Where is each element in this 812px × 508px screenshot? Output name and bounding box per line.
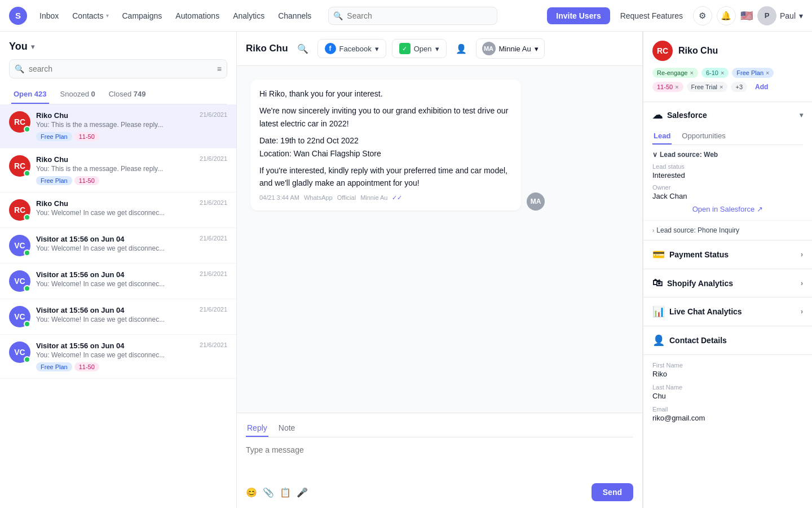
sidebar-header: You ▾ 🔍 ≡ Open 423 Snoozed 0 Closed 749 — [0, 32, 236, 104]
conversation-item[interactable]: VCVisitor at 15:56 on Jun 0421/6/2021You… — [0, 299, 236, 335]
remove-tag-icon[interactable]: × — [721, 69, 724, 76]
msg-type: Official — [337, 193, 356, 203]
request-features-link[interactable]: Request Features — [615, 8, 689, 24]
nav-inbox[interactable]: Inbox — [34, 8, 64, 24]
status-selector[interactable]: ✓ Open ▾ — [392, 39, 447, 58]
conv-tag: Free Plan — [36, 132, 72, 141]
payment-status-section[interactable]: 💳 Payment Status › — [643, 240, 812, 269]
user-menu[interactable]: P Paul ▾ — [757, 6, 803, 25]
nav-contacts[interactable]: Contacts ▾ — [67, 8, 114, 24]
channel-name: Facebook — [339, 45, 372, 53]
search-icon: 🔍 — [333, 11, 343, 20]
live-chat-analytics-section[interactable]: 📊 Live Chat Analytics › — [643, 297, 812, 326]
nav-automations[interactable]: Automations — [170, 8, 225, 24]
payment-icon: 💳 — [652, 248, 665, 261]
agent-selector[interactable]: MA Minnie Au ▾ — [476, 38, 545, 59]
search-area: 🔍 — [328, 7, 497, 25]
audio-icon[interactable]: 🎤 — [297, 487, 308, 498]
invite-users-button[interactable]: Invite Users — [547, 7, 610, 24]
sf-open-link[interactable]: Open in Salesforce ↗ — [652, 205, 803, 213]
send-button[interactable]: Send — [592, 483, 633, 501]
conversation-item[interactable]: VCVisitor at 15:56 on Jun 0421/6/2021You… — [0, 228, 236, 264]
conv-date: 21/6/2021 — [200, 111, 227, 118]
reply-tab-note[interactable]: Note — [277, 420, 297, 437]
tab-snoozed[interactable]: Snoozed 0 — [58, 85, 98, 104]
conversation-tabs: Open 423 Snoozed 0 Closed 749 — [9, 85, 227, 104]
live-chat-chevron: › — [801, 308, 803, 316]
conversation-item[interactable]: RCRiko Chu21/6/2021You: This is the a me… — [0, 148, 236, 192]
live-chat-icon: 📊 — [652, 305, 665, 318]
external-link-icon: ↗ — [757, 205, 763, 213]
conversation-sidebar: You ▾ 🔍 ≡ Open 423 Snoozed 0 Closed 749 — [0, 32, 237, 508]
user-name: Paul — [780, 11, 796, 20]
tab-closed[interactable]: Closed 749 — [107, 85, 148, 104]
reply-tabs: Reply Note — [246, 420, 633, 437]
agent-avatar: MA — [482, 42, 496, 55]
conv-date: 21/6/2021 — [200, 155, 227, 162]
remove-tag-icon[interactable]: × — [675, 84, 678, 90]
conv-tags: Free Plan11-50 — [36, 176, 227, 185]
reply-tab-reply[interactable]: Reply — [246, 420, 268, 437]
conv-tag: 11-50 — [74, 176, 99, 185]
salesforce-header[interactable]: ☁ Salesforce ▾ — [643, 102, 812, 128]
nav-campaigns[interactable]: Campaigns — [117, 8, 168, 24]
conv-body: Riko Chu21/6/2021You: This is the a mess… — [36, 111, 227, 141]
online-indicator — [24, 126, 30, 133]
reply-input[interactable] — [246, 443, 633, 477]
conv-top: Visitor at 15:56 on Jun 0421/6/2021 — [36, 270, 227, 279]
conversation-item[interactable]: VCVisitor at 15:56 on Jun 0421/6/2021You… — [0, 335, 236, 379]
app-logo: S — [9, 7, 27, 25]
conv-body: Riko Chu21/6/2021You: This is the a mess… — [36, 155, 227, 185]
conv-message: You: Welcome! In case we get disconnec..… — [36, 209, 227, 217]
conversation-item[interactable]: VCVisitor at 15:56 on Jun 0421/6/2021You… — [0, 264, 236, 299]
sidebar-search-input[interactable] — [9, 59, 227, 78]
online-indicator — [24, 170, 30, 177]
chat-search-icon[interactable]: 🔍 — [294, 40, 312, 58]
assign-agent-icon[interactable]: 👤 — [452, 40, 470, 58]
shopify-analytics-section[interactable]: 🛍 Shopify Analytics › — [643, 269, 812, 297]
conv-date: 21/6/2021 — [200, 341, 227, 348]
sf-lead-source[interactable]: ∨ Lead source: Web — [652, 151, 803, 159]
settings-icon[interactable]: ⚙ — [693, 6, 712, 25]
salesforce-body: Lead Opportunities ∨ Lead source: Web Le… — [643, 128, 812, 220]
search-input[interactable] — [328, 7, 497, 25]
notifications-icon[interactable]: 🔔 — [717, 6, 736, 25]
chat-contact-name: Riko Chu — [246, 43, 288, 54]
msg-line3: Date: 19th to 22nd Oct 2022 — [259, 134, 512, 147]
conv-name: Visitor at 15:56 on Jun 04 — [36, 270, 125, 279]
sf-tabs: Lead Opportunities — [652, 128, 803, 145]
remove-tag-icon[interactable]: × — [720, 84, 723, 90]
sf-tab-opportunities[interactable]: Opportunities — [681, 128, 726, 144]
flag-icon[interactable]: 🇺🇸 — [740, 10, 753, 22]
emoji-icon[interactable]: 😊 — [246, 487, 257, 498]
sf-lead-source2[interactable]: › Lead source: Phone Inquiry — [643, 220, 812, 240]
add-tag-button[interactable]: Add — [751, 81, 773, 93]
online-indicator — [24, 214, 30, 221]
nav-analytics[interactable]: Analytics — [227, 8, 270, 24]
template-icon[interactable]: 📋 — [280, 487, 291, 498]
conv-tag: Free Plan — [36, 176, 72, 185]
channel-selector[interactable]: f Facebook ▾ — [317, 39, 386, 58]
messages-area: Hi Riko, thank you for your interest. We… — [237, 66, 642, 413]
main-layout: You ▾ 🔍 ≡ Open 423 Snoozed 0 Closed 749 — [0, 32, 812, 508]
contact-details-section[interactable]: 👤 Contact Details — [643, 326, 812, 355]
right-panel-header: RC Riko Chu Re-engage ×6-10 ×Free Plan ×… — [643, 32, 812, 102]
nav-channels[interactable]: Channels — [272, 8, 317, 24]
status-caret: ▾ — [435, 45, 439, 53]
tab-open[interactable]: Open 423 — [11, 85, 49, 104]
conv-tag: 11-50 — [74, 132, 99, 141]
conv-top: Visitor at 15:56 on Jun 0421/6/2021 — [36, 341, 227, 350]
filter-icon[interactable]: ≡ — [217, 64, 222, 73]
you-dropdown[interactable]: You ▾ — [9, 41, 227, 59]
remove-tag-icon[interactable]: × — [766, 69, 769, 76]
last-name-value: Chu — [652, 392, 803, 400]
sf-tab-lead[interactable]: Lead — [652, 128, 672, 144]
remove-tag-icon[interactable]: × — [690, 69, 693, 76]
you-label: You — [9, 41, 28, 52]
attachment-icon[interactable]: 📎 — [263, 487, 274, 498]
conv-name: Riko Chu — [36, 111, 68, 120]
tab-open-count: 423 — [34, 90, 47, 98]
conversation-item[interactable]: RCRiko Chu21/6/2021You: This is the a me… — [0, 104, 236, 148]
conversation-item[interactable]: RCRiko Chu21/6/2021You: Welcome! In case… — [0, 192, 236, 228]
facebook-icon: f — [325, 43, 336, 54]
